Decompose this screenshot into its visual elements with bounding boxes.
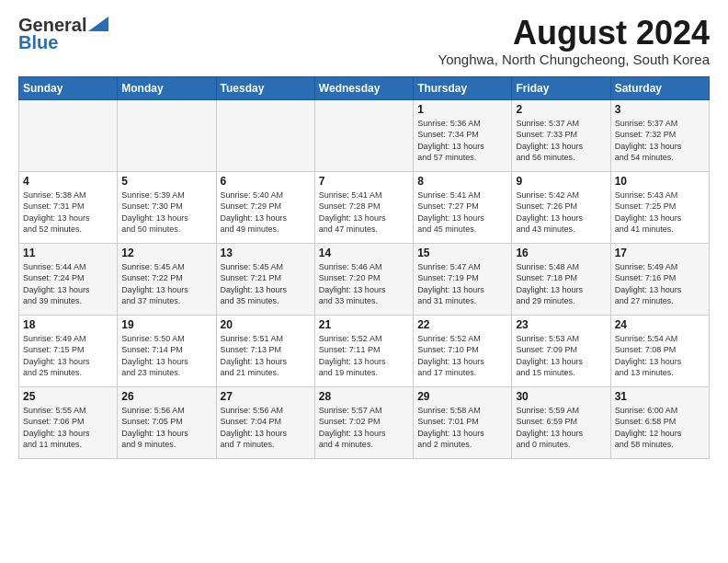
day-cell: 9Sunrise: 5:42 AM Sunset: 7:26 PM Daylig… — [512, 171, 610, 243]
day-header-thursday: Thursday — [414, 76, 512, 99]
day-cell: 10Sunrise: 5:43 AM Sunset: 7:25 PM Dayli… — [610, 171, 709, 243]
week-row-1: 1Sunrise: 5:36 AM Sunset: 7:34 PM Daylig… — [19, 99, 710, 171]
day-header-friday: Friday — [512, 76, 610, 99]
day-cell: 12Sunrise: 5:45 AM Sunset: 7:22 PM Dayli… — [118, 243, 216, 315]
week-row-3: 11Sunrise: 5:44 AM Sunset: 7:24 PM Dayli… — [19, 243, 710, 315]
day-number: 7 — [319, 175, 409, 188]
day-number: 11 — [23, 247, 113, 259]
day-cell: 18Sunrise: 5:49 AM Sunset: 7:15 PM Dayli… — [19, 315, 118, 386]
calendar-table: SundayMondayTuesdayWednesdayThursdayFrid… — [18, 76, 710, 459]
day-number: 16 — [516, 247, 606, 259]
day-info: Sunrise: 5:56 AM Sunset: 7:04 PM Dayligh… — [221, 405, 311, 451]
day-cell: 19Sunrise: 5:50 AM Sunset: 7:14 PM Dayli… — [118, 315, 216, 386]
header: General Blue August 2024 Yonghwa, North … — [18, 15, 710, 67]
day-cell: 23Sunrise: 5:53 AM Sunset: 7:09 PM Dayli… — [512, 315, 610, 386]
day-number: 18 — [23, 318, 113, 331]
day-number: 27 — [221, 390, 311, 403]
day-info: Sunrise: 5:37 AM Sunset: 7:33 PM Dayligh… — [516, 118, 606, 164]
day-info: Sunrise: 5:58 AM Sunset: 7:01 PM Dayligh… — [417, 405, 507, 451]
svg-marker-0 — [88, 17, 108, 31]
day-info: Sunrise: 5:38 AM Sunset: 7:31 PM Dayligh… — [23, 190, 113, 236]
day-info: Sunrise: 5:52 AM Sunset: 7:11 PM Dayligh… — [319, 333, 409, 379]
logo-icon — [88, 17, 108, 31]
day-number: 12 — [121, 247, 211, 259]
title-block: August 2024 Yonghwa, North Chungcheong, … — [438, 15, 711, 67]
day-cell: 30Sunrise: 5:59 AM Sunset: 6:59 PM Dayli… — [512, 386, 610, 458]
day-number: 6 — [221, 175, 311, 188]
day-number: 19 — [121, 318, 211, 331]
day-number: 15 — [417, 247, 507, 259]
day-cell — [314, 99, 413, 171]
day-number: 9 — [516, 175, 606, 188]
day-info: Sunrise: 5:49 AM Sunset: 7:16 PM Dayligh… — [615, 261, 705, 307]
day-number: 4 — [23, 175, 113, 188]
day-number: 5 — [121, 175, 211, 188]
day-cell — [216, 99, 314, 171]
day-cell: 11Sunrise: 5:44 AM Sunset: 7:24 PM Dayli… — [19, 243, 118, 315]
logo-blue: Blue — [18, 32, 58, 53]
day-info: Sunrise: 5:59 AM Sunset: 6:59 PM Dayligh… — [516, 405, 606, 451]
day-info: Sunrise: 5:46 AM Sunset: 7:20 PM Dayligh… — [319, 261, 409, 307]
day-cell: 20Sunrise: 5:51 AM Sunset: 7:13 PM Dayli… — [216, 315, 314, 386]
day-number: 17 — [615, 247, 705, 259]
day-cell: 31Sunrise: 6:00 AM Sunset: 6:58 PM Dayli… — [610, 386, 709, 458]
day-cell: 26Sunrise: 5:56 AM Sunset: 7:05 PM Dayli… — [118, 386, 216, 458]
day-header-tuesday: Tuesday — [216, 76, 314, 99]
day-info: Sunrise: 5:37 AM Sunset: 7:32 PM Dayligh… — [615, 118, 705, 164]
day-number: 25 — [23, 390, 113, 403]
day-cell: 15Sunrise: 5:47 AM Sunset: 7:19 PM Dayli… — [414, 243, 512, 315]
day-cell: 22Sunrise: 5:52 AM Sunset: 7:10 PM Dayli… — [414, 315, 512, 386]
day-cell: 13Sunrise: 5:45 AM Sunset: 7:21 PM Dayli… — [216, 243, 314, 315]
day-info: Sunrise: 5:44 AM Sunset: 7:24 PM Dayligh… — [23, 261, 113, 307]
day-header-saturday: Saturday — [610, 76, 709, 99]
day-info: Sunrise: 5:42 AM Sunset: 7:26 PM Dayligh… — [516, 190, 606, 236]
location: Yonghwa, North Chungcheong, South Korea — [438, 52, 711, 67]
day-info: Sunrise: 5:41 AM Sunset: 7:27 PM Dayligh… — [417, 190, 507, 236]
header-row: SundayMondayTuesdayWednesdayThursdayFrid… — [19, 76, 710, 99]
day-number: 23 — [516, 318, 606, 331]
day-cell — [19, 99, 118, 171]
day-header-monday: Monday — [118, 76, 216, 99]
day-number: 31 — [615, 390, 705, 403]
day-info: Sunrise: 5:56 AM Sunset: 7:05 PM Dayligh… — [121, 405, 211, 451]
logo: General Blue — [18, 15, 108, 53]
day-info: Sunrise: 5:52 AM Sunset: 7:10 PM Dayligh… — [417, 333, 507, 379]
day-cell: 8Sunrise: 5:41 AM Sunset: 7:27 PM Daylig… — [414, 171, 512, 243]
day-cell: 14Sunrise: 5:46 AM Sunset: 7:20 PM Dayli… — [314, 243, 413, 315]
day-number: 26 — [121, 390, 211, 403]
day-info: Sunrise: 5:45 AM Sunset: 7:21 PM Dayligh… — [221, 261, 311, 307]
day-number: 29 — [417, 390, 507, 403]
day-number: 2 — [516, 103, 606, 116]
calendar-page: General Blue August 2024 Yonghwa, North … — [0, 0, 728, 468]
day-cell: 4Sunrise: 5:38 AM Sunset: 7:31 PM Daylig… — [19, 171, 118, 243]
day-cell: 7Sunrise: 5:41 AM Sunset: 7:28 PM Daylig… — [314, 171, 413, 243]
day-info: Sunrise: 5:53 AM Sunset: 7:09 PM Dayligh… — [516, 333, 606, 379]
day-cell: 16Sunrise: 5:48 AM Sunset: 7:18 PM Dayli… — [512, 243, 610, 315]
day-header-sunday: Sunday — [19, 76, 118, 99]
day-cell: 25Sunrise: 5:55 AM Sunset: 7:06 PM Dayli… — [19, 386, 118, 458]
day-info: Sunrise: 5:51 AM Sunset: 7:13 PM Dayligh… — [221, 333, 311, 379]
day-number: 28 — [319, 390, 409, 403]
day-number: 1 — [417, 103, 507, 116]
day-number: 14 — [319, 247, 409, 259]
day-number: 3 — [615, 103, 705, 116]
day-cell: 17Sunrise: 5:49 AM Sunset: 7:16 PM Dayli… — [610, 243, 709, 315]
day-cell: 21Sunrise: 5:52 AM Sunset: 7:11 PM Dayli… — [314, 315, 413, 386]
day-number: 22 — [417, 318, 507, 331]
day-info: Sunrise: 5:47 AM Sunset: 7:19 PM Dayligh… — [417, 261, 507, 307]
day-number: 21 — [319, 318, 409, 331]
day-cell: 6Sunrise: 5:40 AM Sunset: 7:29 PM Daylig… — [216, 171, 314, 243]
day-cell: 1Sunrise: 5:36 AM Sunset: 7:34 PM Daylig… — [414, 99, 512, 171]
day-number: 20 — [221, 318, 311, 331]
day-cell: 3Sunrise: 5:37 AM Sunset: 7:32 PM Daylig… — [610, 99, 709, 171]
day-info: Sunrise: 5:55 AM Sunset: 7:06 PM Dayligh… — [23, 405, 113, 451]
day-info: Sunrise: 5:43 AM Sunset: 7:25 PM Dayligh… — [615, 190, 705, 236]
week-row-2: 4Sunrise: 5:38 AM Sunset: 7:31 PM Daylig… — [19, 171, 710, 243]
day-cell — [118, 99, 216, 171]
day-info: Sunrise: 5:45 AM Sunset: 7:22 PM Dayligh… — [121, 261, 211, 307]
day-cell: 28Sunrise: 5:57 AM Sunset: 7:02 PM Dayli… — [314, 386, 413, 458]
day-info: Sunrise: 5:48 AM Sunset: 7:18 PM Dayligh… — [516, 261, 606, 307]
day-info: Sunrise: 6:00 AM Sunset: 6:58 PM Dayligh… — [615, 405, 705, 451]
day-number: 10 — [615, 175, 705, 188]
day-cell: 24Sunrise: 5:54 AM Sunset: 7:08 PM Dayli… — [610, 315, 709, 386]
